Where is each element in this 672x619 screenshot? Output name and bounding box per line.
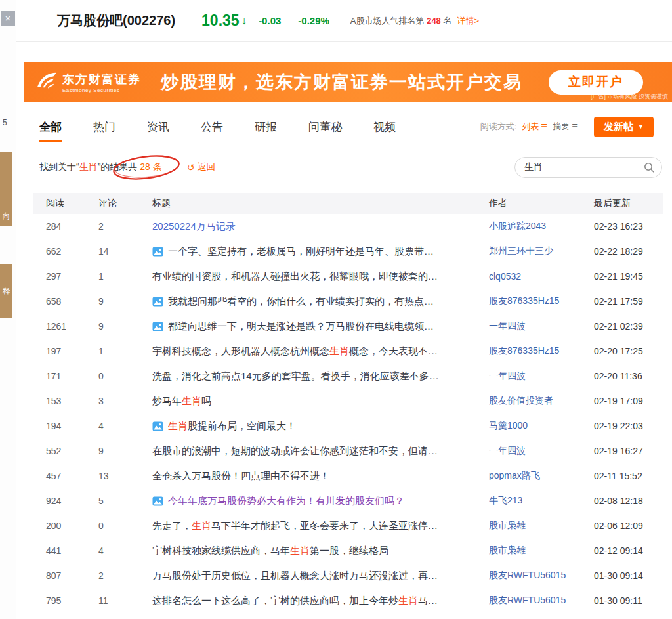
popularity-rank: A股市场人气排名第 248 名 [350, 15, 452, 27]
rank-detail-link[interactable]: 详情> [457, 15, 479, 27]
table-row: 552 9 在股市的浪潮中，短期的波动或许会让你感到迷茫和不安，但请… 一年四波… [33, 438, 663, 463]
post-author-link[interactable]: 股友876335Hz15 [489, 295, 594, 307]
title-text: 都逆向思维一下，明天是涨还是跌？万马股份在电线电缆领… [168, 320, 434, 331]
post-title-cell: 在股市的浪潮中，短期的波动或许会让你感到迷茫和不安，但请… [152, 445, 489, 458]
read-count: 457 [46, 471, 98, 481]
post-title-link[interactable]: 生肖股提前布局，空间最大！ [168, 420, 296, 433]
tab-all[interactable]: 全部 [39, 112, 62, 142]
post-title-cell: 一个字、坚定持有，老板属马，刚好明年还是马年、股票带… [152, 245, 489, 258]
comment-count: 0 [98, 521, 152, 531]
post-author-link[interactable]: 股友RWFTU56015 [489, 595, 594, 607]
post-title-link[interactable]: 宇树科技独家线缆供应商，马年生肖第一股，继续格局 [152, 545, 388, 557]
image-attachment-icon [152, 322, 163, 331]
comment-count: 14 [98, 246, 152, 257]
post-title-link[interactable]: 今年年底万马股份势必大有作为！有川发的股友们吗？ [168, 495, 404, 507]
post-title-link[interactable]: 我就想问那些看空的，你怕什么，有业绩实打实的，有热点… [168, 295, 434, 308]
result-text: 找到关于“生肖”的结果共 28 条 [39, 161, 162, 173]
post-title-link[interactable]: 一个字、坚定持有，老板属马，刚好明年还是马年、股票带… [168, 245, 434, 258]
background-fragment: 5 [3, 118, 7, 127]
title-text: 马下半年才能起飞，亚冬会要来了，大连圣亚涨停… [211, 520, 438, 531]
title-text: 一个字、坚定持有，老板属马，刚好明年还是马年、股票带… [168, 245, 434, 257]
read-count: 807 [46, 570, 98, 581]
list-mode-link[interactable]: 列表☰ [522, 121, 547, 133]
back-link[interactable]: ↺返回 [187, 161, 216, 173]
post-author-link[interactable]: 牛飞213 [489, 495, 594, 507]
down-arrow-icon: ↓ [242, 14, 247, 28]
post-title-link[interactable]: 宇树科技概念，人形机器人概念杭州概念生肖概念，今天表现不… [152, 345, 438, 358]
new-post-label: 发新帖 [604, 121, 633, 133]
image-attachment-icon [152, 247, 163, 257]
post-author-link[interactable]: clq0532 [489, 271, 594, 282]
image-attachment-icon [152, 297, 163, 307]
search-input[interactable] [524, 162, 643, 173]
post-title-link[interactable]: 有业绩的国资股，和机器人碰撞出火花，很耀眼哦，即使被套的… [152, 270, 438, 283]
post-author-link[interactable]: 一年四波 [489, 320, 594, 332]
post-author-link[interactable]: 马羹1000 [489, 420, 594, 432]
post-title-link[interactable]: 炒马年生肖吗 [152, 395, 211, 408]
table-header: 阅读 评论 标题 作者 最后更新 [33, 193, 663, 214]
post-author-link[interactable]: 一年四波 [489, 445, 594, 457]
post-author-link[interactable]: 一年四波 [489, 370, 594, 382]
close-icon[interactable]: × [1, 11, 15, 26]
col-reads: 阅读 [46, 198, 98, 209]
post-title-link[interactable]: 全仓杀入万马股份！四点理由不得不进！ [152, 470, 329, 482]
tabbar-controls: 阅读方式: 列表☰ 摘要☰ 发新帖▼ [480, 117, 672, 137]
post-title-link[interactable]: 在股市的浪潮中，短期的波动或许会让你感到迷茫和不安，但请… [152, 445, 438, 458]
table-row: 457 13 全仓杀入万马股份！四点理由不得不进！ popmax路飞 02-11… [33, 463, 663, 488]
logo-text: 东方财富证券 Eastmoney Securities [62, 72, 141, 93]
post-author-link[interactable]: 股友876335Hz15 [489, 345, 594, 357]
title-text: 概念，今天表现不… [349, 345, 438, 356]
post-title-link[interactable]: 都逆向思维一下，明天是涨还是跌？万马股份在电线电缆领… [168, 320, 434, 333]
comment-count: 9 [98, 446, 152, 456]
tab-research[interactable]: 研报 [255, 112, 277, 142]
title-highlight: 生肖 [398, 595, 418, 606]
back-icon: ↺ [187, 162, 195, 173]
read-count: 795 [46, 595, 98, 606]
stock-price: 10.35 [201, 12, 240, 30]
post-author-link[interactable]: 股友RWFTU56015 [489, 570, 594, 582]
post-author-link[interactable]: 股友价值投资者 [489, 395, 594, 407]
title-text: 全仓杀入万马股份！四点理由不得不进！ [152, 470, 329, 481]
tab-announcements[interactable]: 公告 [201, 112, 223, 142]
read-count: 662 [46, 246, 98, 257]
post-title-link[interactable]: 先走了，生肖马下半年才能起飞，亚冬会要来了，大连圣亚涨停… [152, 520, 438, 532]
comment-count: 9 [98, 296, 152, 307]
post-title-link[interactable]: 万马股份处于历史低位，且机器人概念大涨时万马还没涨过，再… [152, 570, 438, 582]
background-fragment: 释 [0, 264, 12, 318]
tab-hot[interactable]: 热门 [93, 112, 116, 142]
price-change-percent: -0.29% [298, 15, 329, 26]
eastmoney-logo: 东方财富证券 Eastmoney Securities [35, 71, 141, 93]
title-text: 有业绩的国资股，和机器人碰撞出火花，很耀眼哦，即使被套的… [152, 270, 438, 282]
post-author-link[interactable]: 股市枭雄 [489, 520, 594, 532]
search-icon[interactable] [643, 161, 655, 173]
post-title-link[interactable]: 20250224万马记录 [152, 221, 236, 233]
post-title-cell: 洗盘，消化之前高点14元多的套牢盘。看换手，消化应该差不多… [152, 370, 489, 383]
col-author: 作者 [489, 198, 594, 209]
tab-ask-secretary[interactable]: 问董秘 [308, 112, 342, 142]
image-attachment-icon [152, 421, 163, 431]
post-author-link[interactable]: 股市枭雄 [489, 545, 594, 557]
post-title-cell: 宇树科技独家线缆供应商，马年生肖第一股，继续格局 [152, 545, 489, 557]
digest-mode-link[interactable]: 摘要☰ [553, 121, 578, 133]
table-row: 284 2 20250224万马记录 小股追踪2043 02-23 16:23 [33, 214, 663, 239]
post-title-link[interactable]: 这排名怎么一下这么高了，宇树的供应商吗，加上今年炒生肖马… [152, 595, 438, 607]
post-title-link[interactable]: 洗盘，消化之前高点14元多的套牢盘。看换手，消化应该差不多… [152, 370, 439, 383]
tab-video[interactable]: 视频 [373, 112, 396, 142]
tab-news[interactable]: 资讯 [147, 112, 169, 142]
open-account-button[interactable]: 立即开户 [549, 70, 643, 95]
read-count: 552 [46, 446, 98, 456]
title-highlight: 生肖 [182, 395, 201, 406]
title-highlight: 生肖 [168, 420, 188, 431]
table-row: 924 5 今年年底万马股份势必大有作为！有川发的股友们吗？ 牛飞213 02-… [33, 488, 663, 513]
post-author-link[interactable]: 郑州三环十三少 [489, 245, 594, 257]
post-author-link[interactable]: 小股追踪2043 [489, 221, 594, 232]
title-highlight: 生肖 [290, 545, 310, 556]
post-author-link[interactable]: popmax路飞 [489, 470, 594, 482]
post-date: 02-23 16:23 [594, 221, 663, 232]
table-row: 197 1 宇树科技概念，人形机器人概念杭州概念生肖概念，今天表现不… 股友87… [33, 339, 663, 364]
table-row: 1261 9 都逆向思维一下，明天是涨还是跌？万马股份在电线电缆领… 一年四波 … [33, 314, 663, 339]
post-date: 02-19 22:03 [594, 421, 663, 431]
post-title-cell: 全仓杀入万马股份！四点理由不得不进！ [152, 470, 489, 482]
post-title-cell: 都逆向思维一下，明天是涨还是跌？万马股份在电线电缆领… [152, 320, 489, 333]
new-post-button[interactable]: 发新帖▼ [594, 117, 654, 137]
